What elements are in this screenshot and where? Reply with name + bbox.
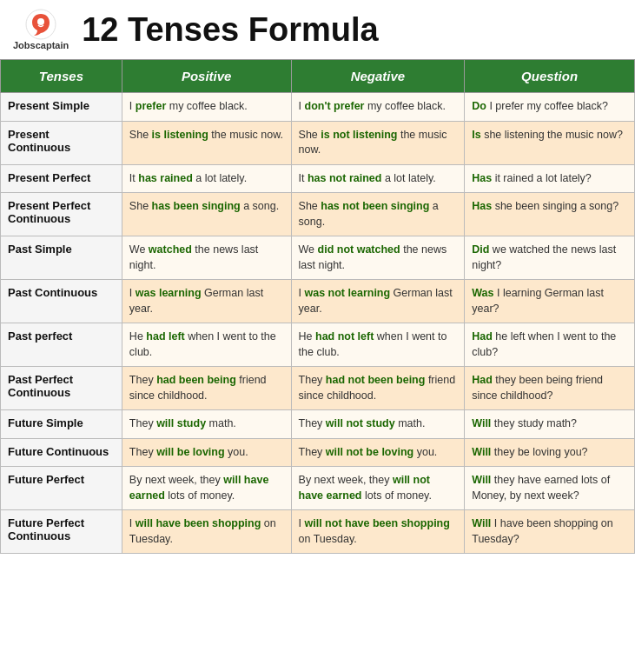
logo-icon [25,9,56,40]
cell-question: Did we watched the news last night? [465,236,635,280]
page-title: 12 Tenses Formula [82,11,378,49]
col-header-positive: Positive [122,60,291,93]
svg-point-1 [37,18,44,25]
table-row: Present Perfect ContinuousShe has been s… [1,193,635,236]
tense-name: Present Perfect [1,164,122,193]
cell-positive: I will have been shopping on Tuesday. [122,510,291,554]
header: Jobscaptain 12 Tenses Formula [0,0,635,59]
table-header-row: Tenses Positive Negative Question [1,60,635,93]
tenses-table: Tenses Positive Negative Question Presen… [0,59,635,554]
logo-text: Jobscaptain [13,40,69,50]
tense-name: Future Continuous [1,438,122,467]
cell-question: Will I have been shopping on Tuesday? [465,510,635,554]
cell-positive: She is listening the music now. [122,121,291,164]
cell-positive: By next week, they will have earned lots… [122,467,291,510]
table-row: Future SimpleThey will study math.They w… [1,410,635,439]
cell-positive: They will be loving you. [122,438,291,467]
table-row: Past perfectHe had left when I went to t… [1,323,635,367]
cell-negative: By next week, they will not have earned … [291,467,465,510]
table-row: Future Perfect ContinuousI will have bee… [1,510,635,554]
table-row: Present PerfectIt has rained a lot latel… [1,164,635,193]
cell-question: Had they been being friend since childho… [465,367,635,410]
cell-question: Has she been singing a song? [465,193,635,236]
table-row: Present ContinuousShe is listening the m… [1,121,635,164]
cell-question: Has it rained a lot lately? [465,164,635,193]
col-header-question: Question [465,60,635,93]
cell-negative: She is not listening the music now. [291,121,465,164]
cell-negative: They will not study math. [291,410,465,439]
cell-negative: It has not rained a lot lately. [291,164,465,193]
table-row: Past SimpleWe watched the news last nigh… [1,236,635,280]
cell-negative: She has not been singing a song. [291,193,465,236]
tense-name: Future Simple [1,410,122,439]
col-header-tenses: Tenses [1,60,122,93]
cell-question: Had he left when I went to the club? [465,323,635,367]
cell-positive: He had left when I went to the club. [122,323,291,367]
tense-name: Past Perfect Continuous [1,367,122,410]
cell-positive: It has rained a lot lately. [122,164,291,193]
cell-question: Is she listening the music now? [465,121,635,164]
tense-name: Future Perfect Continuous [1,510,122,554]
cell-negative: They had not been being friend since chi… [291,367,465,410]
cell-question: Will they have earned lots of Money, by … [465,467,635,510]
cell-question: Will they be loving you? [465,438,635,467]
cell-positive: We watched the news last night. [122,236,291,280]
cell-positive: They had been being friend since childho… [122,367,291,410]
cell-negative: I was not learning German last year. [291,280,465,323]
col-header-negative: Negative [291,60,465,93]
table-row: Future ContinuousThey will be loving you… [1,438,635,467]
cell-question: Do I prefer my coffee black? [465,93,635,122]
tense-name: Present Continuous [1,121,122,164]
cell-positive: I prefer my coffee black. [122,93,291,122]
logo-area: Jobscaptain [13,9,69,50]
tense-name: Past perfect [1,323,122,367]
cell-negative: I don't prefer my coffee black. [291,93,465,122]
table-row: Future PerfectBy next week, they will ha… [1,467,635,510]
cell-positive: They will study math. [122,410,291,439]
tense-name: Past Simple [1,236,122,280]
table-row: Past Perfect ContinuousThey had been bei… [1,367,635,410]
tense-name: Future Perfect [1,467,122,510]
table-row: Past ContinuousI was learning German las… [1,280,635,323]
cell-positive: She has been singing a song. [122,193,291,236]
cell-negative: They will not be loving you. [291,438,465,467]
tense-name: Present Simple [1,93,122,122]
tense-name: Present Perfect Continuous [1,193,122,236]
cell-question: Will they study math? [465,410,635,439]
cell-negative: We did not watched the news last night. [291,236,465,280]
cell-negative: He had not left when I went to the club. [291,323,465,367]
tense-name: Past Continuous [1,280,122,323]
cell-question: Was I learning German last year? [465,280,635,323]
table-row: Present SimpleI prefer my coffee black.I… [1,93,635,122]
cell-negative: I will not have been shopping on Tuesday… [291,510,465,554]
cell-positive: I was learning German last year. [122,280,291,323]
